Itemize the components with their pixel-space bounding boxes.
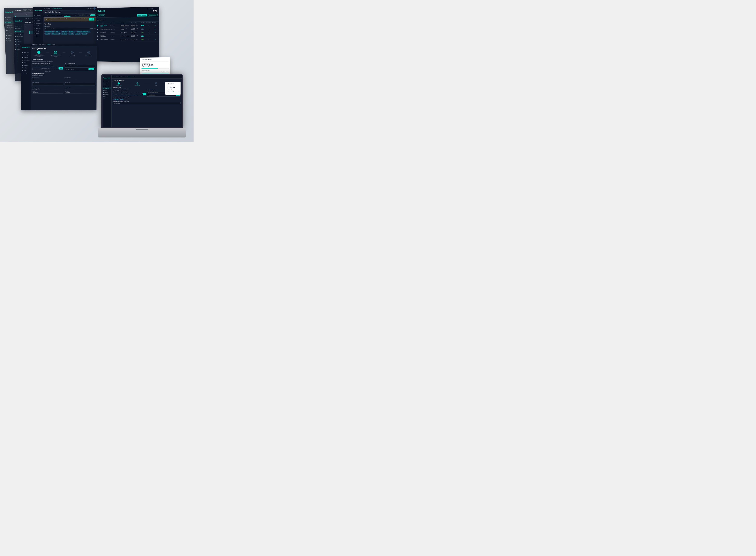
laptop-industries-label: What industries would you like to target… <box>113 101 180 102</box>
nav-dashboard-back[interactable]: Dashboard <box>4 16 14 19</box>
nav-directory-tgt[interactable]: Directory <box>33 17 43 19</box>
nav-enrich-main[interactable]: Enrich <box>21 69 31 72</box>
table-row[interactable]: Halilax Limited halilax.co.uk Finance > … <box>96 31 159 34</box>
nav-audience-mid[interactable]: Audience <box>14 40 24 43</box>
nav-dashboard-tgt[interactable]: Dashboard <box>33 14 43 17</box>
nav-reach-back[interactable]: Reach <box>5 39 15 42</box>
nav-prospects-main[interactable]: Enrich <box>21 67 31 69</box>
topnav-engagement[interactable]: ENGAGEMENT <box>39 44 45 45</box>
laptop-nav-calendar[interactable]: Calendar <box>102 85 111 87</box>
nav-audience-tgt[interactable]: Audience <box>33 27 43 30</box>
laptop-tag-it-level[interactable]: IT level <box>120 99 124 100</box>
geo-chips-container: Shetland Islands, GB York, GB West Susse… <box>44 31 96 35</box>
geo-chip[interactable]: Whitington, GB <box>68 31 76 33</box>
laptop-page-title: Let's get started <box>113 80 180 81</box>
drop-zone-label: Find or Drop file here <box>41 68 50 69</box>
geo-chip[interactable]: Nelson, GB <box>75 33 81 35</box>
geo-chip[interactable]: West Dorset <box>61 33 68 35</box>
laptop-drop-zone[interactable]: Find or Drop file here <box>113 93 142 95</box>
nav-reach-main[interactable]: Reach <box>21 72 31 74</box>
nav-calendar-back[interactable]: Calendar <box>4 21 14 24</box>
brand-targeting: launched <box>33 8 43 13</box>
table-row[interactable]: Nexcoil Corporation nexcoil.com Manufact… <box>96 38 159 41</box>
forward-btn-back[interactable]: › <box>30 9 32 11</box>
laptop-nav-create-link[interactable]: CREATE <box>127 76 131 77</box>
topnav-campaigns[interactable]: CAMPAIGNS <box>32 44 37 45</box>
nav-dashboard-main[interactable]: Dashboard <box>21 51 31 54</box>
laptop-find-btn[interactable]: Find <box>143 93 146 95</box>
nav-directory-main[interactable]: Directory <box>21 54 31 56</box>
laptop-nav-setup-link[interactable]: SETUP <box>132 76 135 77</box>
laptop-industries-select[interactable]: Select an industry <box>113 102 180 104</box>
table-row[interactable]: University of Bedfordshire beds.ac.uk Ed… <box>96 34 159 38</box>
geo-chip[interactable]: Torbay, GB <box>81 33 88 35</box>
nav-campaigns-main[interactable]: Campaigns ▾ <box>21 59 31 61</box>
laptop-nav-intent[interactable]: Intent <box>102 89 111 92</box>
topnav-create[interactable]: CREATE <box>47 44 51 45</box>
saved-audience-label: Use a Saved Audience <box>65 63 95 64</box>
nav-intent-mid[interactable]: Intent <box>14 38 24 40</box>
laptop-nav-reach[interactable]: Reach <box>102 98 111 100</box>
geo-chip[interactable]: Waltham Cross, GB <box>51 33 61 35</box>
nav-intent-tgt[interactable]: Intent <box>33 25 43 27</box>
nav-dashboard-mid[interactable]: Dashboard <box>13 25 24 28</box>
add-card-btn[interactable]: Add Card <box>89 18 95 21</box>
drop-zone[interactable]: Find or Drop file here <box>32 67 58 70</box>
geo-chip[interactable]: Shetland Islands, GB <box>44 31 55 33</box>
nav-engagement-back[interactable]: Engagement <box>4 26 14 29</box>
geography-search-input[interactable] <box>44 28 90 30</box>
nav-reach-tgt[interactable]: Reach <box>33 35 43 37</box>
cancel-btn-tgt[interactable]: Cancel <box>78 14 83 16</box>
launch-btn[interactable]: Launch <box>91 14 96 16</box>
find-btn[interactable]: Find <box>59 67 63 69</box>
select-audience-btn[interactable]: Select <box>89 68 94 70</box>
tab-bid-goal[interactable]: Bid & Goal <box>56 14 64 16</box>
table-row[interactable]: SAGE Publications, Inc. sagepub.com Medi… <box>96 27 159 31</box>
geo-chip[interactable]: Windsor and Maidenhead, GB <box>76 31 91 33</box>
nav-prospects-tgt[interactable]: Prospects <box>33 30 43 32</box>
tab-setup[interactable]: Setup <box>44 14 50 16</box>
nav-directory-back[interactable]: Directory <box>4 19 14 21</box>
search-accounts-btn[interactable]: Search Accounts <box>148 14 158 16</box>
laptop-nav-dashboard[interactable]: Dashboard <box>102 81 111 83</box>
nav-audience-back[interactable]: Audience <box>5 32 15 34</box>
laptop-nav-prospects[interactable]: Prospects <box>102 94 111 96</box>
geo-chip[interactable]: York, GB <box>55 31 60 33</box>
edit-report-btn[interactable]: Edit Report <box>97 14 105 17</box>
nav-intent-back[interactable]: Intent <box>4 29 15 32</box>
nav-calendar-mid[interactable]: Calendar <box>13 30 24 33</box>
nav-prospects-back[interactable]: Prospects <box>5 34 15 37</box>
back-btn-back[interactable]: ‹ <box>28 9 30 11</box>
laptop-main: CAMPAIGNS ENGAGEMENT CREATE SETUP Let's … <box>111 75 182 127</box>
tab-inventory[interactable]: Inventory <box>70 13 77 16</box>
nav-campaigns-mid[interactable]: Campaigns ▾ <box>14 33 24 35</box>
nav-calendar-tgt[interactable]: Calendar <box>33 19 43 22</box>
nav-campaigns-back[interactable]: Campaigns <box>4 24 14 27</box>
nav-intent-main[interactable]: Intent <box>21 61 31 64</box>
table-row[interactable]: London Business School london.edu Educat… <box>96 24 159 28</box>
laptop-tag-it-manager[interactable]: IT Manager <box>113 99 119 100</box>
geo-chip[interactable]: Wigan, GB <box>44 33 51 35</box>
tab-creative[interactable]: Creative <box>50 14 56 16</box>
nav-enrich-tgt[interactable]: Enrich <box>33 32 43 35</box>
laptop-nav-campaigns-link[interactable]: CAMPAIGNS <box>113 76 118 77</box>
topnav-setup[interactable]: SETUP <box>52 44 55 45</box>
laptop-nav-audience[interactable]: Audience <box>102 92 111 94</box>
nav-campaigns-tgt[interactable]: Campaigns ▾ <box>33 22 43 25</box>
geo-chip[interactable]: Telford, GB <box>68 33 74 35</box>
laptop-nav-campaigns[interactable]: Campaigns ▾ <box>102 87 111 89</box>
brand-mid: launched <box>13 19 24 24</box>
nav-audience-main[interactable]: Audience <box>21 64 31 67</box>
laptop-nav-directory[interactable]: Directory <box>102 83 111 85</box>
nav-engagement-mid[interactable]: Engagement <box>14 35 24 38</box>
saved-audience-search[interactable] <box>65 65 95 67</box>
laptop-nav-enrich[interactable]: Enrich <box>102 96 111 98</box>
report-summary-btn[interactable]: Report Summary <box>137 14 147 16</box>
laptop-nav-engagement-link[interactable]: ENGAGEMENT <box>120 76 126 77</box>
tab-targeting[interactable]: Targeting <box>64 14 70 16</box>
save-draft-btn[interactable]: Save Draft <box>83 14 90 16</box>
nav-directory-mid[interactable]: Directory <box>13 27 24 30</box>
nav-calendar-main[interactable]: Calendar <box>21 56 31 59</box>
today-btn-back[interactable]: Today <box>23 9 27 11</box>
geo-chip[interactable]: West Sussex <box>61 31 68 33</box>
